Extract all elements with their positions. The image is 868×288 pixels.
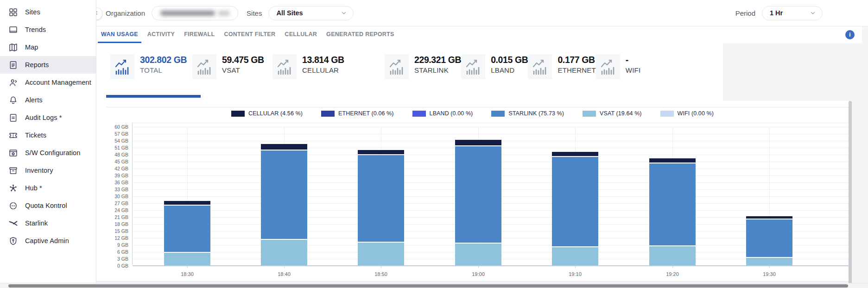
users-icon	[8, 77, 18, 88]
stacked-bar-18-50[interactable]	[358, 150, 404, 265]
sites-label: Sites	[247, 9, 262, 17]
x-axis-tick-label: 18:40	[261, 271, 307, 277]
sidebar-item-label: Tickets	[25, 131, 46, 139]
y-axis-tick-label: 33 GB	[105, 187, 128, 192]
starlink-icon	[8, 218, 18, 228]
sites-select[interactable]: All Sites	[268, 6, 354, 20]
chart-legend: CELLULAR (4.56 %)ETHERNET (0.06 %)LBAND …	[96, 110, 849, 117]
y-axis-tick-label: 18 GB	[105, 221, 128, 227]
vertical-scrollbar[interactable]	[849, 101, 852, 288]
bar-segment-cellular	[552, 152, 598, 156]
stacked-bar-18-30[interactable]	[164, 201, 210, 265]
window-gear-icon	[8, 148, 18, 158]
organization-select[interactable]	[152, 6, 238, 20]
sidebar-item-quota-kontrol[interactable]: Quota Kontrol	[0, 197, 96, 214]
stacked-bar-19-20[interactable]	[649, 158, 696, 265]
y-axis-tick-label: 9 GB	[105, 242, 128, 248]
tab-firewall[interactable]: FIREWALL	[181, 26, 218, 43]
x-axis-tick	[284, 266, 285, 268]
legend-label: WIFI (0.00 %)	[678, 110, 714, 117]
bar-segment-starlink	[649, 163, 696, 245]
summary-card-total[interactable]: 302.802 GBTOTAL	[110, 54, 192, 79]
stacked-bar-19-30[interactable]	[746, 216, 792, 265]
sidebar-item-label: Sites	[25, 8, 40, 16]
x-axis-tick-label: 18:30	[164, 271, 210, 277]
legend-swatch	[491, 111, 505, 117]
legend-label: ETHERNET (0.06 %)	[338, 110, 394, 117]
tab-activity[interactable]: ACTIVITY	[144, 26, 178, 43]
sidebar-item-account-management[interactable]: Account Management	[0, 74, 96, 91]
bar-segment-vsat	[261, 240, 307, 265]
summary-card-wifi[interactable]: -WIFI	[596, 54, 652, 79]
sidebar-item-label: Captive Admin	[25, 237, 69, 244]
tabs-holder: WAN USAGEACTIVITYFIREWALLCONTENT FILTERC…	[96, 26, 399, 43]
tab-wan-usage[interactable]: WAN USAGE	[98, 26, 141, 43]
trend-chart-icon	[596, 54, 620, 79]
sidebar-item-label: S/W Configuration	[25, 149, 80, 157]
sidebar-item-alerts[interactable]: Alerts	[0, 91, 96, 109]
sidebar-item-inventory[interactable]: Inventory	[0, 162, 96, 179]
sites-select-value: All Sites	[276, 9, 303, 17]
sidebar-item-trends[interactable]: Trends	[0, 21, 96, 38]
bar-segment-starlink	[261, 150, 307, 239]
active-card-indicator	[106, 95, 201, 98]
sidebar-item-audit-logs[interactable]: Audit Logs *	[0, 109, 96, 126]
tab-cellular[interactable]: CELLULAR	[281, 26, 320, 43]
summary-card-vsat[interactable]: 59.475 GBVSAT	[192, 54, 272, 79]
bar-segment-starlink	[164, 206, 210, 252]
sidebar-item-sites[interactable]: Sites	[0, 3, 96, 21]
legend-item-cellular[interactable]: CELLULAR (4.56 %)	[231, 110, 303, 117]
tab-generated-reports[interactable]: GENERATED REPORTS	[323, 26, 398, 43]
sidebar-item-map[interactable]: Map	[0, 38, 96, 56]
sidebar-item-hub[interactable]: Hub *	[0, 179, 96, 197]
sidebar-item-s-w-configuration[interactable]: S/W Configuration	[0, 144, 96, 162]
card-value: 59.475 GB	[222, 55, 264, 65]
period-select[interactable]: 1 Hr	[762, 6, 823, 20]
horizontal-scrollbar-track	[0, 283, 868, 288]
card-label: ETHERNET	[558, 66, 596, 74]
x-axis-line	[133, 265, 849, 266]
tab-content-filter[interactable]: CONTENT FILTER	[221, 26, 279, 43]
y-axis-tick-label: 21 GB	[105, 214, 128, 220]
sidebar-item-tickets[interactable]: Tickets	[0, 126, 96, 144]
legend-swatch	[231, 111, 245, 117]
card-value: 13.814 GB	[302, 55, 344, 65]
summary-card-lband[interactable]: 0.015 GBLBAND	[461, 54, 528, 79]
card-value: 302.802 GB	[140, 55, 187, 65]
card-value: 0.177 GB	[558, 55, 596, 65]
archive-icon	[8, 165, 18, 175]
summary-card-cellular[interactable]: 13.814 GBCELLULAR	[272, 54, 385, 79]
trend-chart-icon	[528, 54, 552, 79]
x-axis-tick	[672, 266, 673, 268]
stacked-bar-19-00[interactable]	[455, 140, 501, 265]
bar-segment-cellular	[358, 150, 404, 154]
stacked-bar-18-40[interactable]	[261, 144, 307, 265]
sidebar-item-reports[interactable]: Reports	[0, 56, 96, 74]
x-axis-tick-label: 18:50	[358, 271, 404, 277]
summary-card-ethernet[interactable]: 0.177 GBETHERNET	[528, 54, 596, 79]
sidebar-item-label: Audit Logs *	[25, 114, 62, 121]
legend-item-ethernet[interactable]: ETHERNET (0.06 %)	[321, 110, 394, 117]
summary-card-starlink[interactable]: 229.321 GBSTARLINK	[385, 54, 461, 79]
gridline	[133, 127, 849, 127]
sidebar-item-label: Reports	[25, 61, 49, 69]
document-icon	[8, 113, 18, 123]
info-icon[interactable]: i	[845, 30, 855, 39]
stacked-bar-19-10[interactable]	[552, 152, 598, 265]
sidebar-item-starlink[interactable]: Starlink	[0, 214, 96, 232]
legend-item-vsat[interactable]: VSAT (19.64 %)	[583, 110, 642, 117]
legend-item-wifi[interactable]: WIFI (0.00 %)	[660, 110, 714, 117]
bar-segment-starlink	[358, 155, 404, 242]
legend-item-starlink[interactable]: STARLINK (75.73 %)	[491, 110, 564, 117]
sidebar-item-label: Hub *	[25, 184, 42, 192]
chevron-down-icon	[328, 9, 348, 17]
card-label: TOTAL	[140, 66, 187, 74]
legend-item-lband[interactable]: LBAND (0.00 %)	[412, 110, 473, 117]
sidebar-item-captive-admin[interactable]: Captive Admin	[0, 232, 96, 250]
y-axis-tick-label: 12 GB	[105, 235, 128, 241]
horizontal-scrollbar[interactable]	[8, 284, 848, 288]
bar-segment-starlink	[455, 146, 501, 243]
legend-label: VSAT (19.64 %)	[600, 110, 642, 117]
report-tabs: WAN USAGEACTIVITYFIREWALLCONTENT FILTERC…	[96, 26, 862, 43]
sidebar-item-label: Inventory	[25, 167, 53, 174]
